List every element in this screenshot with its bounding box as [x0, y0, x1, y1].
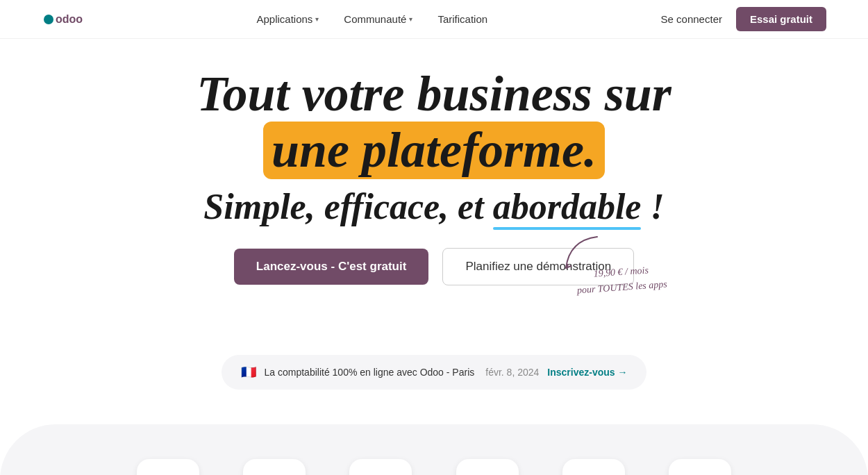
- hero-subtitle-container: Simple, efficace, et abordable !: [42, 186, 826, 248]
- apps-section: Comptabilité Connaissances: [0, 424, 868, 475]
- app-icon-crm: [456, 459, 519, 475]
- app-icon-comptabilite: [137, 459, 199, 475]
- app-icon-abonnements: [669, 459, 731, 475]
- flag-icon: 🇫🇷: [241, 365, 256, 380]
- nav-right: Se connecter Essai gratuit: [661, 7, 826, 31]
- logo[interactable]: odoo: [42, 10, 83, 29]
- app-abonnements[interactable]: Abonnements: [654, 459, 746, 475]
- svg-point-0: [44, 15, 53, 24]
- app-crm[interactable]: CRM: [441, 459, 533, 475]
- app-signature[interactable]: Signature: [335, 459, 427, 475]
- app-studio[interactable]: Studio: [547, 459, 640, 475]
- app-icon-connaissances: [243, 459, 306, 475]
- hero-buttons: Lancez-vous - C'est gratuit Planifiez un…: [42, 248, 826, 285]
- price-area: 19,90 € / moispour TOUTES les apps: [42, 299, 826, 348]
- nav-center: Applications ▾ Communauté ▾ Tarification: [256, 13, 487, 25]
- event-date: févr. 8, 2024: [485, 367, 539, 378]
- chevron-down-icon: ▾: [409, 15, 412, 23]
- chevron-down-icon: ▾: [315, 15, 319, 23]
- navbar: odoo Applications ▾ Communauté ▾ Tarific…: [0, 0, 868, 39]
- hero-title: Tout votre business sur une plateforme.: [42, 67, 826, 179]
- event-banner: 🇫🇷 La comptabilité 100% en ligne avec Od…: [222, 355, 647, 390]
- svg-text:odoo: odoo: [56, 13, 83, 25]
- event-text: La comptabilité 100% en ligne avec Odoo …: [265, 367, 475, 378]
- app-connaissances[interactable]: Connaissances: [228, 459, 320, 475]
- nav-communaute[interactable]: Communauté ▾: [344, 13, 412, 25]
- hero-section: Tout votre business sur une plateforme. …: [0, 39, 868, 403]
- nav-tarification[interactable]: Tarification: [437, 13, 487, 25]
- event-link[interactable]: Inscrivez-vous →: [547, 367, 627, 378]
- hero-highlight: une plateforme.: [263, 122, 605, 179]
- app-comptabilite[interactable]: Comptabilité: [122, 459, 214, 475]
- login-button[interactable]: Se connecter: [661, 13, 722, 25]
- nav-applications[interactable]: Applications ▾: [256, 13, 319, 25]
- cta-primary-button[interactable]: Lancez-vous - C'est gratuit: [234, 249, 429, 285]
- apps-grid-row1: Comptabilité Connaissances: [122, 459, 746, 475]
- app-icon-signature: [349, 459, 412, 475]
- arrow-icon: [556, 233, 611, 282]
- app-icon-studio: [562, 459, 625, 475]
- trial-button[interactable]: Essai gratuit: [736, 7, 826, 31]
- hero-underline-word: abordable: [493, 186, 642, 227]
